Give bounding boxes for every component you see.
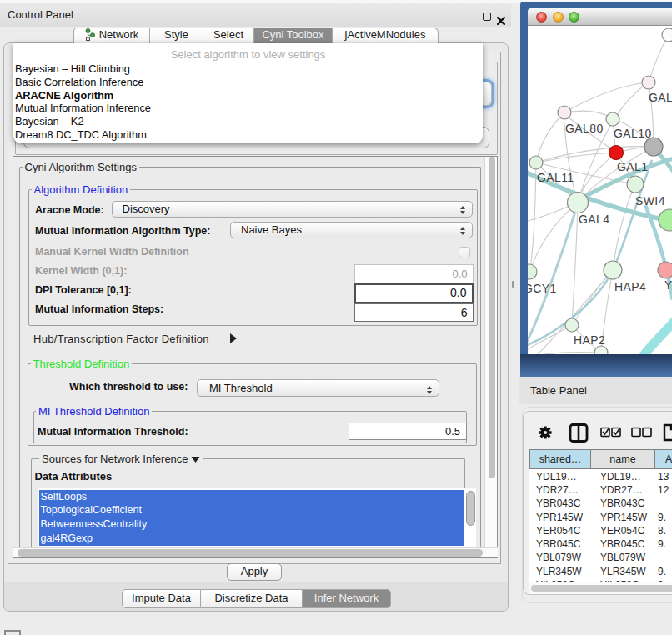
svg-text:SWI4: SWI4 <box>635 194 665 208</box>
svg-text:GAL4: GAL4 <box>579 212 609 226</box>
svg-text:GAL80: GAL80 <box>565 122 604 135</box>
svg-text:HAP2: HAP2 <box>574 333 605 347</box>
svg-text:HAP4: HAP4 <box>614 280 646 293</box>
svg-text:GAL: GAL <box>649 91 672 104</box>
svg-text:GAL11: GAL11 <box>537 171 574 184</box>
svg-text:GAL1: GAL1 <box>617 160 648 173</box>
svg-text:GCY1: GCY1 <box>528 282 557 295</box>
svg-text:Y: Y <box>664 278 672 292</box>
svg-text:GAL10: GAL10 <box>614 127 652 140</box>
